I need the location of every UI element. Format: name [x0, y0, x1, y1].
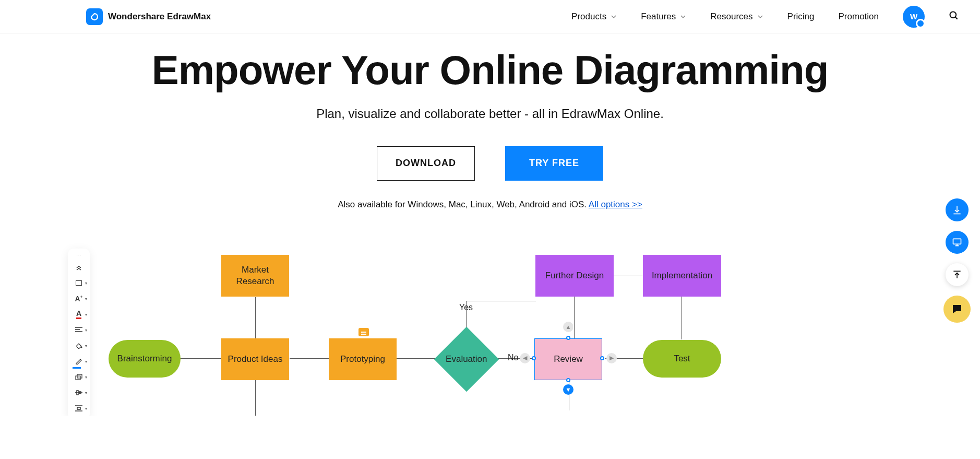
node-evaluation[interactable]: Evaluation [434, 327, 499, 392]
double-chevron-up-icon [76, 264, 82, 270]
chevron-down-icon [680, 14, 686, 20]
handle-down[interactable]: ▼ [563, 384, 573, 395]
search-icon [949, 10, 959, 21]
hero: Empower Your Online Diagramming Plan, vi… [0, 33, 980, 210]
svg-point-1 [81, 347, 82, 348]
port-bottom[interactable] [566, 378, 570, 382]
handle-right[interactable]: ▶ [606, 353, 617, 363]
node-label: Product Ideas [228, 354, 283, 364]
node-prototyping[interactable]: Prototyping [329, 338, 397, 380]
nav-products[interactable]: Products [571, 11, 617, 22]
port-left[interactable] [532, 356, 536, 360]
connector [255, 297, 256, 339]
tool-distribute[interactable]: ▾ [71, 402, 87, 415]
font-size-icon: A+ [75, 295, 83, 303]
all-options-link[interactable]: All options >> [589, 199, 642, 209]
connector [569, 379, 569, 410]
fab-download[interactable] [946, 198, 969, 221]
avatar-initial: W [910, 12, 917, 21]
diagram-canvas: ⋯ ▾ A+▾ A▾ ▾ ▾ ▾ ▾ ▾ ▾ Brainstorming Mar… [0, 249, 980, 416]
arrow-top-icon [952, 269, 962, 280]
label-yes: Yes [459, 303, 473, 312]
tool-shape[interactable]: ▾ [71, 277, 87, 289]
node-label: Implementation [652, 270, 712, 281]
tool-align-text[interactable]: ▾ [71, 324, 87, 336]
node-further-design[interactable]: Further Design [535, 255, 614, 297]
comment-icon[interactable] [358, 328, 369, 336]
nav-resources[interactable]: Resources [710, 11, 763, 22]
availability-text: Also available for Windows, Mac, Linux, … [0, 199, 980, 210]
tool-collapse[interactable] [71, 261, 87, 274]
node-review[interactable]: Review [534, 338, 602, 380]
connector [614, 276, 643, 276]
brand-name: Wondershare EdrawMax [108, 11, 211, 22]
nav-promotion-label: Promotion [839, 11, 879, 22]
connector [180, 358, 222, 359]
node-product-ideas[interactable]: Product Ideas [221, 338, 289, 380]
tool-font-size[interactable]: A+▾ [71, 292, 87, 305]
svg-rect-6 [77, 407, 80, 409]
node-test[interactable]: Test [643, 340, 721, 378]
nav-products-label: Products [571, 11, 606, 22]
node-implementation[interactable]: Implementation [643, 255, 721, 297]
node-market-research[interactable]: Market Research [221, 255, 289, 297]
handle-left[interactable]: ◀ [520, 353, 530, 363]
port-right[interactable] [600, 356, 604, 360]
tool-fill[interactable]: ▾ [71, 339, 87, 352]
tool-layers[interactable]: ▾ [71, 371, 87, 383]
node-brainstorming[interactable]: Brainstorming [109, 340, 181, 378]
node-label: Brainstorming [117, 354, 172, 364]
rectangle-icon [76, 280, 82, 286]
chevron-down-icon [757, 14, 763, 20]
page-title: Empower Your Online Diagramming [0, 49, 980, 92]
download-icon [952, 205, 962, 215]
svg-rect-7 [953, 239, 961, 244]
node-label: Prototyping [340, 354, 385, 364]
tool-font-color[interactable]: A▾ [71, 308, 87, 321]
port-top[interactable] [566, 336, 570, 340]
nav-pricing-label: Pricing [787, 11, 815, 22]
pencil-icon [75, 358, 82, 364]
nav-features[interactable]: Features [641, 11, 686, 22]
distribute-icon [75, 405, 82, 411]
tool-line-color[interactable]: ▾ [71, 355, 87, 368]
chat-icon [951, 303, 963, 315]
brand-logo-icon [86, 8, 103, 25]
handle-up[interactable]: ▲ [563, 322, 573, 332]
label-no: No [508, 353, 518, 362]
node-label: Further Design [545, 270, 604, 281]
search-button[interactable] [949, 10, 959, 23]
chevron-down-icon [611, 14, 617, 20]
try-free-button[interactable]: TRY FREE [505, 146, 603, 181]
svg-point-0 [950, 11, 957, 18]
nav-features-label: Features [641, 11, 676, 22]
connector [290, 358, 329, 359]
floating-actions [943, 198, 971, 323]
layers-icon [75, 374, 82, 380]
connector [397, 358, 438, 359]
node-label: Evaluation [446, 354, 487, 364]
canvas-toolbar: ⋯ ▾ A+▾ A▾ ▾ ▾ ▾ ▾ ▾ ▾ [68, 249, 90, 416]
connector [682, 297, 682, 339]
user-avatar[interactable]: W [903, 6, 925, 28]
node-label: Test [674, 354, 690, 364]
fab-scroll-top[interactable] [946, 263, 969, 286]
bucket-icon [75, 343, 82, 349]
node-label: Market Research [225, 264, 285, 287]
cta-row: DOWNLOAD TRY FREE [0, 146, 980, 181]
page-subtitle: Plan, visualize and collaborate better -… [0, 107, 980, 121]
nav-pricing[interactable]: Pricing [787, 11, 815, 22]
brand[interactable]: Wondershare EdrawMax [86, 8, 211, 25]
align-objects-icon [75, 390, 82, 396]
fab-chat[interactable] [943, 296, 971, 323]
fab-desktop[interactable] [946, 231, 969, 254]
connector [466, 301, 536, 301]
font-color-icon: A [76, 309, 81, 319]
align-left-icon [75, 327, 82, 333]
download-button[interactable]: DOWNLOAD [377, 146, 475, 181]
nav-promotion[interactable]: Promotion [839, 11, 879, 22]
tool-drag-handle[interactable]: ⋯ [71, 253, 87, 258]
availability-prefix: Also available for Windows, Mac, Linux, … [338, 199, 589, 209]
tool-object-align[interactable]: ▾ [71, 386, 87, 399]
node-label: Review [554, 354, 583, 364]
